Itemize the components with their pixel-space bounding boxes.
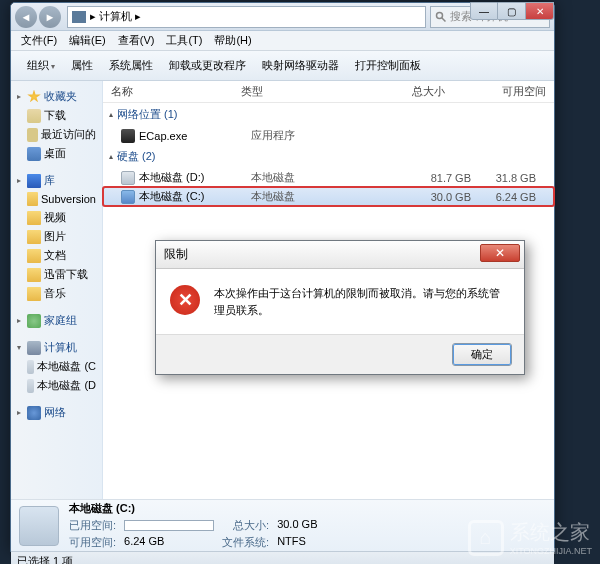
sidebar-item-drive-d[interactable]: 本地磁盘 (D [13, 376, 100, 395]
folder-icon [27, 192, 38, 206]
item-name: ECap.exe [139, 130, 251, 142]
menu-help[interactable]: 帮助(H) [208, 31, 257, 50]
item-name: 本地磁盘 (C:) [139, 189, 251, 204]
sidebar-item-drive-c[interactable]: 本地磁盘 (C [13, 357, 100, 376]
toolbar-control-panel[interactable]: 打开控制面板 [347, 54, 429, 77]
toolbar-map-drive[interactable]: 映射网络驱动器 [254, 54, 347, 77]
toolbar-system-properties[interactable]: 系统属性 [101, 54, 161, 77]
drive-icon [121, 171, 135, 185]
video-icon [27, 211, 41, 225]
sidebar-favorites[interactable]: ▸收藏夹 [13, 87, 100, 106]
sidebar-item-label: 图片 [44, 229, 66, 244]
dialog-close-button[interactable]: ✕ [480, 244, 520, 262]
breadcrumb-sep: ▸ [135, 10, 141, 23]
nav-back-button[interactable]: ◄ [15, 6, 37, 28]
dialog-message: 本次操作由于这台计算机的限制而被取消。请与您的系统管理员联系。 [214, 285, 510, 318]
dialog-footer: 确定 [156, 334, 524, 374]
sidebar-computer[interactable]: ▾计算机 [13, 338, 100, 357]
sidebar-item-label: 最近访问的 [41, 127, 96, 142]
dialog-body: ✕ 本次操作由于这台计算机的限制而被取消。请与您的系统管理员联系。 [156, 269, 524, 334]
item-name: 本地磁盘 (D:) [139, 170, 251, 185]
details-fs-value: NTFS [277, 535, 317, 550]
toolbar-properties[interactable]: 属性 [63, 54, 101, 77]
drive-icon [121, 190, 135, 204]
breadcrumb-sep: ▸ [90, 10, 96, 23]
document-icon [27, 249, 41, 263]
sidebar-item-label: 音乐 [44, 286, 66, 301]
toolbar-organize[interactable]: 组织 [19, 54, 63, 77]
network-icon [27, 406, 41, 420]
sidebar-item-pictures[interactable]: 图片 [13, 227, 100, 246]
category-network[interactable]: ▴网络位置 (1) [103, 103, 554, 126]
sidebar-item-music[interactable]: 音乐 [13, 284, 100, 303]
sidebar-item-label: 桌面 [44, 146, 66, 161]
computer-icon [27, 341, 41, 355]
list-item[interactable]: 本地磁盘 (C:) 本地磁盘 30.0 GB 6.24 GB [103, 187, 554, 206]
sidebar-label: 库 [44, 173, 55, 188]
drive-large-icon [19, 506, 59, 546]
item-size: 81.7 GB [381, 172, 471, 184]
item-type: 本地磁盘 [251, 189, 381, 204]
item-free: 6.24 GB [471, 191, 548, 203]
sidebar-item-desktop[interactable]: 桌面 [13, 144, 100, 163]
library-icon [27, 174, 41, 188]
watermark-url: XITONGZHIJIA.NET [510, 546, 592, 556]
search-icon [435, 11, 447, 23]
exe-icon [121, 129, 135, 143]
sidebar-item-label: 文档 [44, 248, 66, 263]
col-name[interactable]: 名称 [103, 84, 233, 99]
address-bar[interactable]: ▸ 计算机 ▸ [67, 6, 426, 28]
sidebar-item-downloads[interactable]: 下载 [13, 106, 100, 125]
menu-file[interactable]: 文件(F) [15, 31, 63, 50]
col-type[interactable]: 类型 [233, 84, 363, 99]
error-icon: ✕ [170, 285, 200, 315]
col-size[interactable]: 总大小 [363, 84, 453, 99]
ok-button[interactable]: 确定 [452, 343, 512, 366]
window-controls: — ▢ ✕ [470, 2, 554, 20]
dialog-titlebar[interactable]: 限制 ✕ [156, 241, 524, 269]
details-free-value: 6.24 GB [124, 535, 214, 550]
toolbar-uninstall[interactable]: 卸载或更改程序 [161, 54, 254, 77]
details-title: 本地磁盘 (C:) [69, 501, 214, 516]
details-fs-label: 文件系统: [222, 535, 269, 550]
minimize-button[interactable]: — [470, 2, 498, 20]
col-free[interactable]: 可用空间 [453, 84, 554, 99]
category-disks[interactable]: ▴硬盘 (2) [103, 145, 554, 168]
svg-point-0 [437, 12, 443, 18]
sidebar-homegroup[interactable]: ▸家庭组 [13, 311, 100, 330]
error-dialog: 限制 ✕ ✕ 本次操作由于这台计算机的限制而被取消。请与您的系统管理员联系。 确… [155, 240, 525, 375]
picture-icon [27, 230, 41, 244]
maximize-button[interactable]: ▢ [498, 2, 526, 20]
item-free: 31.8 GB [471, 172, 548, 184]
sidebar-item-thunder[interactable]: 迅雷下载 [13, 265, 100, 284]
menu-bar: 文件(F) 编辑(E) 查看(V) 工具(T) 帮助(H) [11, 31, 554, 51]
menu-view[interactable]: 查看(V) [112, 31, 161, 50]
sidebar-libraries[interactable]: ▸库 [13, 171, 100, 190]
sidebar-label: 家庭组 [44, 313, 77, 328]
drive-icon [27, 360, 34, 374]
close-button[interactable]: ✕ [526, 2, 554, 20]
menu-tools[interactable]: 工具(T) [160, 31, 208, 50]
sidebar-item-documents[interactable]: 文档 [13, 246, 100, 265]
details-total-value: 30.0 GB [277, 518, 317, 533]
sidebar-network[interactable]: ▸网络 [13, 403, 100, 422]
sidebar-item-subversion[interactable]: Subversion [13, 190, 100, 208]
list-item[interactable]: ECap.exe 应用程序 [103, 126, 554, 145]
details-free-label: 可用空间: [69, 535, 116, 550]
sidebar-item-recent[interactable]: 最近访问的 [13, 125, 100, 144]
category-label: 网络位置 (1) [117, 107, 178, 122]
usage-bar [124, 520, 214, 531]
list-item[interactable]: 本地磁盘 (D:) 本地磁盘 81.7 GB 31.8 GB [103, 168, 554, 187]
drive-icon [27, 379, 34, 393]
menu-edit[interactable]: 编辑(E) [63, 31, 112, 50]
nav-forward-button[interactable]: ► [39, 6, 61, 28]
download-icon [27, 109, 41, 123]
item-type: 应用程序 [251, 128, 381, 143]
music-icon [27, 287, 41, 301]
sidebar-item-label: 本地磁盘 (C [37, 359, 96, 374]
dialog-title-text: 限制 [164, 246, 188, 263]
sidebar-item-videos[interactable]: 视频 [13, 208, 100, 227]
breadcrumb[interactable]: 计算机 [99, 9, 132, 24]
computer-icon [72, 11, 86, 23]
folder-icon [27, 268, 41, 282]
